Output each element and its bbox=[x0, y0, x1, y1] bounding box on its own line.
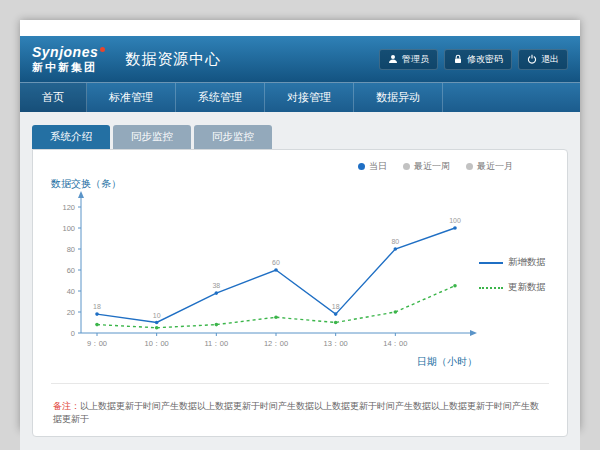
time-range-filter: 当日 最近一周 最近一月 bbox=[47, 158, 553, 173]
divider bbox=[51, 383, 549, 384]
svg-text:100: 100 bbox=[62, 224, 75, 233]
footnote-prefix: 备注： bbox=[53, 401, 80, 411]
svg-text:14：00: 14：00 bbox=[383, 339, 407, 348]
y-axis-label: 数据交换（条） bbox=[51, 177, 553, 191]
filter-last-week[interactable]: 最近一周 bbox=[403, 160, 450, 173]
main-nav: 首页 标准管理 系统管理 对接管理 数据异动 bbox=[20, 82, 580, 112]
nav-item-connect-mgmt[interactable]: 对接管理 bbox=[265, 83, 354, 112]
svg-text:0: 0 bbox=[71, 329, 75, 338]
nav-item-home[interactable]: 首页 bbox=[20, 83, 87, 112]
logo-company-name: 新中新集团 bbox=[32, 61, 105, 73]
svg-text:40: 40 bbox=[67, 287, 75, 296]
svg-text:9：00: 9：00 bbox=[87, 339, 107, 348]
svg-text:120: 120 bbox=[62, 203, 75, 212]
filter-today-dot-icon bbox=[358, 163, 365, 170]
content-area: 系统介绍 同步监控 同步监控 当日 最近一周 最近一月 数据交换（条） 0204… bbox=[20, 112, 580, 450]
svg-text:80: 80 bbox=[391, 238, 399, 245]
series-legend: 新增数据 更新数据 bbox=[479, 256, 546, 294]
user-button-label: 管理员 bbox=[402, 53, 429, 66]
svg-text:60: 60 bbox=[272, 259, 280, 266]
logo-dot-icon bbox=[100, 47, 105, 52]
x-axis-label: 日期（小时） bbox=[47, 355, 477, 369]
tab-system-intro[interactable]: 系统介绍 bbox=[32, 125, 110, 149]
tab-sync-monitor-1[interactable]: 同步监控 bbox=[113, 125, 191, 149]
logout-icon bbox=[527, 54, 537, 64]
svg-text:18: 18 bbox=[93, 303, 101, 310]
logout-label: 退出 bbox=[541, 53, 559, 66]
legend-update-data-label: 更新数据 bbox=[508, 281, 546, 294]
filter-today[interactable]: 当日 bbox=[358, 160, 387, 173]
svg-text:18: 18 bbox=[332, 303, 340, 310]
green-dashed-line-icon bbox=[479, 287, 503, 289]
tab-strip: 系统介绍 同步监控 同步监控 bbox=[32, 125, 568, 149]
chart-panel: 当日 最近一周 最近一月 数据交换（条） 0204060801001209：00… bbox=[32, 149, 568, 437]
svg-text:12：00: 12：00 bbox=[264, 339, 288, 348]
nav-item-standard-mgmt[interactable]: 标准管理 bbox=[87, 83, 176, 112]
filter-last-month-dot-icon bbox=[466, 163, 473, 170]
filter-today-label: 当日 bbox=[369, 160, 387, 173]
svg-text:100: 100 bbox=[449, 217, 461, 224]
chart-row: 0204060801001209：0010：0011：0012：0013：001… bbox=[47, 191, 553, 359]
svg-text:13：00: 13：00 bbox=[324, 339, 348, 348]
legend-new-data: 新增数据 bbox=[479, 256, 546, 269]
app-header: Synjones 新中新集团 数据资源中心 管理员 修改密码 退出 bbox=[20, 36, 580, 82]
footnote-text: 以上数据更新于时间产生数据以上数据更新于时间产生数据以上数据更新于时间产生数据以… bbox=[53, 401, 539, 424]
change-password-label: 修改密码 bbox=[467, 53, 503, 66]
nav-item-system-mgmt[interactable]: 系统管理 bbox=[176, 83, 265, 112]
user-icon bbox=[388, 54, 398, 64]
svg-text:10: 10 bbox=[153, 312, 161, 319]
line-chart: 0204060801001209：0010：0011：0012：0013：001… bbox=[47, 191, 477, 359]
user-button[interactable]: 管理员 bbox=[379, 49, 438, 70]
filter-last-month[interactable]: 最近一月 bbox=[466, 160, 513, 173]
logo-wordmark: Synjones bbox=[32, 45, 105, 60]
tab-sync-monitor-2[interactable]: 同步监控 bbox=[194, 125, 272, 149]
svg-text:80: 80 bbox=[67, 245, 75, 254]
change-password-button[interactable]: 修改密码 bbox=[444, 49, 512, 70]
nav-item-data-changes[interactable]: 数据异动 bbox=[354, 83, 443, 112]
svg-text:20: 20 bbox=[67, 308, 75, 317]
legend-new-data-label: 新增数据 bbox=[508, 256, 546, 269]
legend-update-data: 更新数据 bbox=[479, 281, 546, 294]
logo: Synjones 新中新集团 bbox=[32, 45, 105, 72]
svg-text:60: 60 bbox=[67, 266, 75, 275]
app-window: Synjones 新中新集团 数据资源中心 管理员 修改密码 退出 首页 标准管… bbox=[20, 20, 580, 430]
blue-line-icon bbox=[479, 262, 503, 264]
filter-last-week-label: 最近一周 bbox=[414, 160, 450, 173]
lock-icon bbox=[453, 54, 463, 64]
filter-last-week-dot-icon bbox=[403, 163, 410, 170]
footnote: 备注：以上数据更新于时间产生数据以上数据更新于时间产生数据以上数据更新于时间产生… bbox=[47, 400, 553, 426]
filter-last-month-label: 最近一月 bbox=[477, 160, 513, 173]
svg-text:10：00: 10：00 bbox=[145, 339, 169, 348]
logo-text: Synjones bbox=[32, 44, 98, 60]
logout-button[interactable]: 退出 bbox=[518, 49, 568, 70]
svg-text:11：00: 11：00 bbox=[205, 339, 229, 348]
svg-text:38: 38 bbox=[212, 282, 220, 289]
app-title: 数据资源中心 bbox=[125, 50, 221, 69]
header-actions: 管理员 修改密码 退出 bbox=[379, 49, 568, 70]
